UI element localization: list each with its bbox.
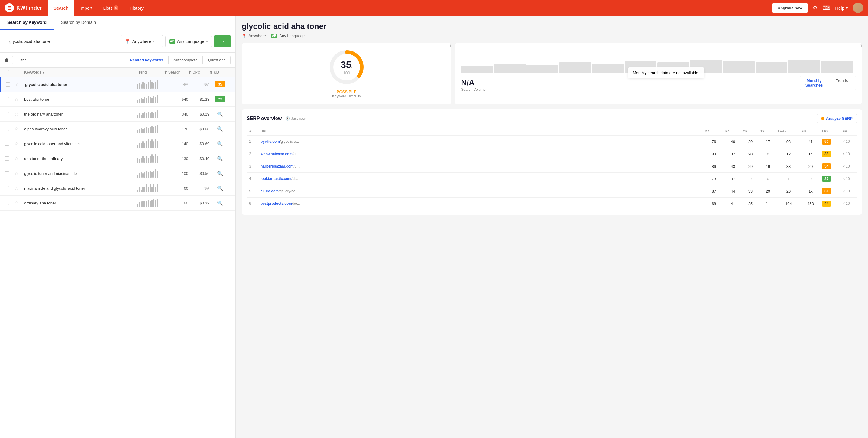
row-star[interactable]: ☆ (14, 112, 24, 116)
serp-row-url[interactable]: whowhatwear.com/gl... (260, 152, 702, 156)
tab-search-by-keyword[interactable]: Search by Keyword (0, 16, 54, 30)
filter-dot (5, 58, 8, 62)
app-logo[interactable]: ☰ KWFinder (5, 3, 42, 12)
row-checkbox[interactable] (5, 127, 14, 131)
th-kd[interactable]: ⬆ KD (210, 70, 230, 75)
serp-row-ev: < 10 (843, 152, 855, 156)
tab-trends[interactable]: Trends (828, 76, 856, 90)
keyword-input[interactable] (5, 36, 118, 47)
row-trend (137, 199, 164, 207)
table-row[interactable]: ☆ the ordinary aha toner 340 $0.29 🔍 (0, 107, 236, 122)
tab-autocomplete[interactable]: Autocomplete (168, 56, 203, 64)
analyze-serp-button[interactable]: Analyze SERP (817, 114, 857, 123)
row-checkbox[interactable] (5, 171, 14, 175)
row-star[interactable]: ☆ (14, 97, 24, 101)
nav-import[interactable]: Import (74, 0, 98, 16)
meta-language: AB Any Language (271, 34, 305, 38)
row-kd: 🔍 (210, 171, 230, 176)
serp-row[interactable]: 4 lookfantastic.com/bl... 73 37 0 0 1 0 … (247, 173, 857, 185)
tab-questions[interactable]: Questions (203, 56, 230, 64)
kd-value: 35 (341, 59, 351, 70)
serp-th-tf: TF (761, 129, 776, 134)
table-row[interactable]: ☆ glycolic acid aha toner N/A N/A 35 (0, 77, 236, 92)
serp-row-tf: 29 (761, 189, 776, 194)
row-star[interactable]: ☆ (14, 171, 24, 176)
row-star[interactable]: ☆ (14, 186, 24, 191)
metric-cards: ℹ 35/ 100 POSSIBLE Keyword Difficulty ℹ (242, 43, 862, 104)
row-checkbox[interactable] (5, 201, 14, 205)
serp-row-url[interactable]: lookfantastic.com/bl... (260, 177, 702, 181)
table-row[interactable]: ☆ niacinamide and glycolic acid toner 60… (0, 181, 236, 196)
serp-row-url[interactable]: byrdie.com/glycolic-a... (260, 140, 702, 144)
serp-row-cf: 29 (743, 164, 758, 169)
nav-search[interactable]: Search (48, 0, 74, 16)
serp-header: SERP overview 🕐 Just now Analyze SERP (247, 114, 857, 123)
table-row[interactable]: ☆ aha toner the ordinary 130 $0.40 🔍 (0, 151, 236, 166)
serp-row[interactable]: 1 byrdie.com/glycolic-a... 76 40 29 17 9… (247, 136, 857, 148)
serp-time: 🕐 Just now (285, 116, 305, 121)
nav-lists[interactable]: Lists 0 (98, 0, 124, 16)
serp-th-url: URL (260, 129, 702, 134)
serp-row[interactable]: 2 whowhatwear.com/gl... 83 37 20 0 12 14… (247, 148, 857, 160)
serp-row-pa: 37 (725, 177, 740, 181)
serp-row[interactable]: 5 allure.com/gallery/be... 87 44 33 29 2… (247, 185, 857, 198)
nav-history[interactable]: History (124, 0, 149, 16)
keyword-type-tabs: Related keywords Autocomplete Questions (125, 56, 230, 64)
tab-search-by-domain[interactable]: Search by Domain (54, 16, 103, 30)
meta-language-value: Any Language (279, 34, 305, 38)
row-checkbox[interactable] (5, 97, 14, 101)
language-chevron: ▾ (206, 39, 208, 43)
serp-th-pa: PA (725, 129, 740, 134)
row-checkbox[interactable] (6, 82, 16, 87)
serp-row-url[interactable]: allure.com/gallery/be... (260, 189, 702, 193)
table-row[interactable]: ☆ glycolic toner and niacinamide 100 $0.… (0, 166, 236, 181)
serp-row-fb: 20 (802, 164, 819, 169)
filter-button[interactable]: Filter (12, 56, 31, 64)
keyboard-icon[interactable]: ⌨ (823, 4, 830, 11)
language-selector[interactable]: AB Any Language ▾ (165, 36, 212, 47)
sv-chart: Monthly search data are not available. (461, 49, 856, 73)
row-keyword: aha toner the ordinary (24, 156, 137, 161)
row-checkbox[interactable] (5, 186, 14, 190)
sv-tabs: Monthly Searches Trends (800, 76, 856, 90)
tab-monthly-searches[interactable]: Monthly Searches (800, 76, 828, 90)
user-avatar[interactable] (853, 3, 863, 13)
row-checkbox[interactable] (5, 112, 14, 116)
kd-badge: 35 (215, 81, 225, 87)
row-star[interactable]: ☆ (14, 141, 24, 146)
location-selector[interactable]: 📍 Anywhere ▾ (121, 35, 163, 48)
th-search[interactable]: ⬆ Search (164, 70, 188, 75)
row-star[interactable]: ☆ (14, 201, 24, 205)
serp-row-da: 76 (705, 140, 723, 144)
serp-row-url[interactable]: bestproducts.com/be... (260, 201, 702, 206)
row-checkbox[interactable] (5, 142, 14, 146)
upgrade-button[interactable]: Upgrade now (772, 3, 808, 13)
serp-row[interactable]: 6 bestproducts.com/be... 68 41 25 11 104… (247, 198, 857, 210)
help-button[interactable]: Help ▾ (835, 5, 848, 10)
select-all-checkbox[interactable] (5, 70, 9, 75)
meta-language-icon: AB (271, 34, 277, 38)
settings-icon[interactable]: ⚙ (813, 4, 817, 11)
kd-info-icon[interactable]: ℹ (450, 43, 451, 48)
serp-row[interactable]: 3 harpersbazaar.com/u... 86 43 29 19 33 … (247, 160, 857, 173)
th-keywords[interactable]: Keywords ▾ (24, 70, 137, 75)
kd-search-icon: 🔍 (217, 186, 223, 191)
row-cpc: N/A (188, 186, 210, 191)
table-row[interactable]: ☆ alpha hydroxy acid toner 170 $0.68 🔍 (0, 122, 236, 137)
row-trend (137, 140, 164, 148)
table-row[interactable]: ☆ ordinary aha toner 60 $0.32 🔍 (0, 196, 236, 210)
table-row[interactable]: ☆ glycolic acid toner and vitamin c 140 … (0, 137, 236, 151)
search-button[interactable]: → (214, 35, 230, 48)
table-row[interactable]: ☆ best aha toner 540 $1.23 22 (0, 92, 236, 107)
row-checkbox[interactable] (5, 156, 14, 160)
serp-row-ev: < 10 (843, 164, 855, 169)
tab-related-keywords[interactable]: Related keywords (125, 56, 168, 64)
serp-row-url[interactable]: harpersbazaar.com/u... (260, 164, 702, 169)
app-name: KWFinder (16, 5, 42, 11)
th-cpc[interactable]: ⬆ CPC (188, 70, 210, 75)
serp-row-da: 83 (705, 152, 723, 156)
sv-info-icon[interactable]: ℹ (861, 43, 862, 48)
row-star[interactable]: ☆ (14, 156, 24, 161)
row-star[interactable]: ☆ (14, 126, 24, 131)
row-star[interactable]: ☆ (16, 82, 25, 87)
